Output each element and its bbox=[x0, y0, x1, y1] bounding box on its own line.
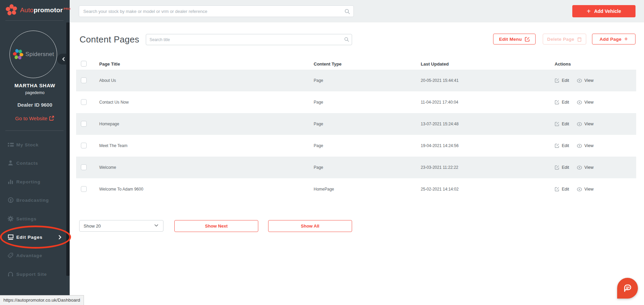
delete-page-label: Delete Page bbox=[547, 37, 574, 42]
plus-icon: + bbox=[587, 8, 591, 15]
table-row: Homepage Page 13-07-2021 15:24:48 Edit V… bbox=[76, 113, 636, 135]
row-edit-action[interactable]: Edit bbox=[555, 122, 569, 126]
avatar: Spidersnet bbox=[10, 31, 57, 78]
add-page-label: Add Page bbox=[599, 37, 622, 42]
sidebar-item-broadcasting[interactable]: Broadcasting bbox=[0, 193, 70, 208]
eye-icon bbox=[577, 122, 582, 126]
add-page-button[interactable]: Add Page + bbox=[592, 34, 636, 44]
cell-last-updated: 11-04-2021 17:40:04 bbox=[421, 100, 458, 105]
sidebar-item-advantage[interactable]: Advantage bbox=[0, 248, 70, 263]
cell-content-type: Page bbox=[314, 122, 323, 126]
go-to-website-link[interactable]: Go to Website bbox=[0, 115, 70, 121]
row-checkbox[interactable] bbox=[81, 186, 87, 192]
profile-name: MARTHA SHAW bbox=[0, 83, 70, 88]
edit-menu-button[interactable]: Edit Menu bbox=[493, 34, 536, 44]
cell-last-updated: 13-07-2021 15:24:48 bbox=[421, 122, 458, 126]
cell-content-type: Page bbox=[314, 78, 323, 83]
go-to-website-label: Go to Website bbox=[15, 115, 48, 121]
page-title: Content Pages bbox=[80, 34, 139, 45]
row-checkbox[interactable] bbox=[81, 121, 87, 127]
show-all-button[interactable]: Show All bbox=[268, 220, 352, 232]
show-next-button[interactable]: Show Next bbox=[174, 220, 258, 232]
cell-last-updated: 23-03-2021 11:22:22 bbox=[421, 165, 458, 170]
edit-menu-label: Edit Menu bbox=[499, 37, 522, 42]
edit-action-label: Edit bbox=[562, 165, 569, 170]
row-checkbox[interactable] bbox=[81, 99, 87, 105]
row-view-action[interactable]: View bbox=[577, 122, 594, 126]
plus-icon: + bbox=[624, 36, 628, 43]
chevron-left-icon bbox=[62, 57, 65, 61]
cell-page-title: Homepage bbox=[99, 122, 119, 126]
cell-last-updated: 19-04-2021 14:24:56 bbox=[421, 143, 458, 148]
row-edit-action[interactable]: Edit bbox=[555, 187, 569, 192]
dealer-id: Dealer ID 9600 bbox=[0, 102, 70, 108]
sidebar-item-edit-pages[interactable]: Edit Pages bbox=[0, 230, 70, 245]
content-pages-table: Page Title Content Type Last Updated Act… bbox=[76, 58, 636, 200]
row-checkbox[interactable] bbox=[81, 164, 87, 170]
row-view-action[interactable]: View bbox=[577, 78, 594, 83]
chat-bubble-icon bbox=[622, 283, 633, 294]
row-view-action[interactable]: View bbox=[577, 165, 594, 170]
sidebar-item-contacts[interactable]: Contacts bbox=[0, 156, 70, 171]
row-edit-action[interactable]: Edit bbox=[555, 143, 569, 148]
sidebar-item-settings[interactable]: Settings bbox=[0, 211, 70, 226]
stock-list-icon bbox=[7, 142, 14, 148]
sidebar-item-label: Reporting bbox=[16, 179, 40, 184]
spidersnet-flower-icon bbox=[13, 49, 24, 60]
table-row: Welcome To Adam 9600 HomePage 25-02-2021… bbox=[76, 178, 636, 200]
chat-widget-button[interactable] bbox=[617, 278, 638, 299]
add-vehicle-button[interactable]: + Add Vehicle bbox=[572, 5, 636, 17]
cell-last-updated: 25-02-2021 14:14:02 bbox=[421, 187, 458, 192]
cell-last-updated: 20-05-2021 15:44:41 bbox=[421, 78, 458, 83]
show-all-label: Show All bbox=[301, 223, 319, 229]
eye-icon bbox=[577, 187, 582, 192]
eye-icon bbox=[577, 144, 582, 148]
edit-icon bbox=[555, 78, 559, 83]
header-last-updated: Last Updated bbox=[421, 61, 449, 67]
sidebar-item-reporting[interactable]: Reporting bbox=[0, 174, 70, 189]
select-all-checkbox[interactable] bbox=[81, 61, 87, 67]
tag-icon bbox=[7, 252, 14, 258]
sidebar-item-support-site[interactable]: Support Site bbox=[0, 267, 70, 282]
edit-icon bbox=[555, 100, 559, 105]
edit-icon bbox=[525, 37, 530, 42]
sidebar-divider bbox=[5, 20, 64, 21]
view-action-label: View bbox=[585, 165, 594, 170]
row-view-action[interactable]: View bbox=[577, 187, 594, 192]
broadcast-icon bbox=[7, 197, 14, 203]
sidebar-scrollbar[interactable] bbox=[66, 22, 70, 276]
row-edit-action[interactable]: Edit bbox=[555, 78, 569, 83]
avatar-brand-label: Spidersnet bbox=[25, 51, 54, 58]
topbar: + Add Vehicle bbox=[70, 0, 644, 22]
sidebar-item-my-stock[interactable]: My Stock bbox=[0, 137, 70, 152]
delete-page-button[interactable]: Delete Page bbox=[543, 34, 586, 44]
table-header-row: Page Title Content Type Last Updated Act… bbox=[76, 58, 636, 70]
cell-content-type: Page bbox=[314, 143, 323, 148]
table-row: About Us Page 20-05-2021 15:44:41 Edit V… bbox=[76, 70, 636, 91]
eye-icon bbox=[577, 165, 582, 170]
edit-icon bbox=[555, 187, 559, 192]
row-checkbox[interactable] bbox=[81, 77, 87, 83]
row-edit-action[interactable]: Edit bbox=[555, 165, 569, 170]
search-icon bbox=[344, 37, 349, 42]
monitor-icon bbox=[7, 234, 14, 240]
title-search-input[interactable] bbox=[146, 34, 352, 45]
row-edit-action[interactable]: Edit bbox=[555, 100, 569, 105]
view-action-label: View bbox=[585, 187, 594, 192]
table-row: Welcome Page 23-03-2021 11:22:22 Edit Vi… bbox=[76, 157, 636, 178]
row-checkbox[interactable] bbox=[81, 143, 87, 148]
cell-content-type: Page bbox=[314, 100, 323, 105]
sidebar-item-label: Edit Pages bbox=[16, 235, 42, 240]
table-row: Meet The Team Page 19-04-2021 14:24:56 E… bbox=[76, 135, 636, 157]
cell-content-type: HomePage bbox=[314, 187, 334, 192]
sidebar-item-label: Contacts bbox=[16, 161, 38, 166]
stock-search-input[interactable] bbox=[79, 5, 354, 17]
page-size-select[interactable]: Show 20 bbox=[79, 220, 163, 232]
view-action-label: View bbox=[585, 122, 594, 126]
external-link-icon bbox=[47, 115, 54, 121]
row-view-action[interactable]: View bbox=[577, 143, 594, 148]
row-view-action[interactable]: View bbox=[577, 100, 594, 105]
chevron-down-icon bbox=[154, 224, 158, 227]
edit-action-label: Edit bbox=[562, 78, 569, 83]
cell-page-title: Welcome bbox=[99, 165, 116, 170]
